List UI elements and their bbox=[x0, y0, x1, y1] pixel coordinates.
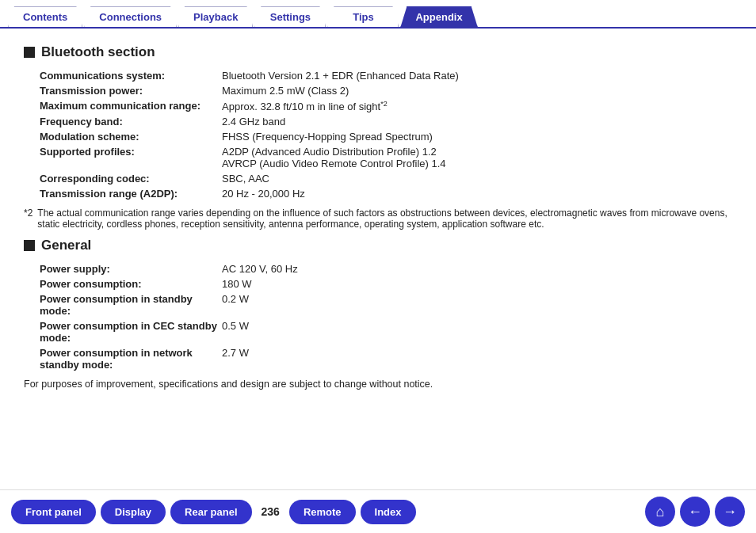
general-spec-table: Power supply: AC 120 V, 60 Hz Power cons… bbox=[40, 261, 748, 372]
table-row: Frequency band: 2.4 GHz band bbox=[40, 114, 748, 129]
spec-value: SBC, AAC bbox=[222, 171, 748, 186]
spec-label: Transmission range (A2DP): bbox=[40, 186, 222, 201]
section-square-icon bbox=[24, 240, 35, 251]
forward-icon: → bbox=[723, 504, 737, 520]
spec-label: Power consumption in CEC standby mode: bbox=[40, 318, 222, 345]
spec-label: Power consumption: bbox=[40, 276, 222, 291]
tab-playback[interactable]: Playback bbox=[178, 6, 253, 27]
front-panel-button[interactable]: Front panel bbox=[11, 500, 96, 524]
general-section-heading: General bbox=[24, 238, 732, 253]
tab-appendix[interactable]: Appendix bbox=[400, 6, 477, 27]
supported-profiles-line2: AVRCP (Audio Video Remote Control Profil… bbox=[222, 158, 743, 169]
spec-label: Power consumption in network standby mod… bbox=[40, 345, 222, 372]
index-button[interactable]: Index bbox=[361, 500, 416, 524]
spec-value: 20 Hz - 20,000 Hz bbox=[222, 186, 748, 201]
spec-value: A2DP (Advanced Audio Distribution Profil… bbox=[222, 144, 748, 171]
tab-contents[interactable]: Contents bbox=[8, 6, 82, 27]
spec-label: Corresponding codec: bbox=[40, 171, 222, 186]
spec-value: Bluetooth Version 2.1 + EDR (Enhanced Da… bbox=[222, 68, 748, 83]
spec-label: Maximum communication range: bbox=[40, 98, 222, 114]
spec-value: 2.7 W bbox=[222, 345, 748, 372]
tab-bar: Contents Connections Playback Settings T… bbox=[0, 0, 756, 29]
table-row: Maximum communication range: Approx. 32.… bbox=[40, 98, 748, 114]
tab-tips[interactable]: Tips bbox=[327, 6, 399, 27]
home-icon: ⌂ bbox=[656, 504, 665, 520]
table-row: Transmission power: Maximum 2.5 mW (Clas… bbox=[40, 83, 748, 98]
table-row: Transmission range (A2DP): 20 Hz - 20,00… bbox=[40, 186, 748, 201]
bluetooth-heading-text: Bluetooth section bbox=[41, 44, 155, 60]
bottom-nav-left: Front panel Display Rear panel 236 Remot… bbox=[11, 500, 416, 524]
spec-value: FHSS (Frequency-Hopping Spread Spectrum) bbox=[222, 129, 748, 144]
bottom-bar: Front panel Display Rear panel 236 Remot… bbox=[0, 489, 756, 533]
table-row: Power supply: AC 120 V, 60 Hz bbox=[40, 261, 748, 276]
general-heading-text: General bbox=[41, 238, 91, 253]
spec-value: 0.2 W bbox=[222, 291, 748, 318]
page-number: 236 bbox=[262, 505, 280, 518]
spec-value: AC 120 V, 60 Hz bbox=[222, 261, 748, 276]
tab-settings[interactable]: Settings bbox=[254, 6, 326, 27]
bluetooth-spec-table: Communications system: Bluetooth Version… bbox=[40, 68, 748, 201]
spec-value: 0.5 W bbox=[222, 318, 748, 345]
home-button[interactable]: ⌂ bbox=[645, 497, 675, 527]
bottom-nav-right: ⌂ ← → bbox=[645, 497, 745, 527]
back-button[interactable]: ← bbox=[680, 497, 710, 527]
supported-profiles-line1: A2DP (Advanced Audio Distribution Profil… bbox=[222, 146, 743, 158]
bluetooth-section-heading: Bluetooth section bbox=[24, 44, 732, 60]
footnote: *2 The actual communication range varies… bbox=[24, 207, 732, 230]
section-square-icon bbox=[24, 47, 35, 58]
spec-label: Supported profiles: bbox=[40, 144, 222, 171]
table-row: Power consumption in CEC standby mode: 0… bbox=[40, 318, 748, 345]
table-row: Power consumption: 180 W bbox=[40, 276, 748, 291]
spec-label: Transmission power: bbox=[40, 83, 222, 98]
footnote-marker: *2 bbox=[24, 207, 32, 230]
main-content: Bluetooth section Communications system:… bbox=[0, 29, 756, 489]
tab-connections[interactable]: Connections bbox=[84, 6, 177, 27]
spec-value: Maximum 2.5 mW (Class 2) bbox=[222, 83, 748, 98]
table-row: Supported profiles: A2DP (Advanced Audio… bbox=[40, 144, 748, 171]
spec-label: Frequency band: bbox=[40, 114, 222, 129]
footnote-text: The actual communication range varies de… bbox=[37, 207, 732, 230]
forward-button[interactable]: → bbox=[715, 497, 745, 527]
spec-label: Modulation scheme: bbox=[40, 129, 222, 144]
notice-text: For purposes of improvement, specificati… bbox=[24, 379, 732, 390]
table-row: Corresponding codec: SBC, AAC bbox=[40, 171, 748, 186]
remote-button[interactable]: Remote bbox=[289, 500, 356, 524]
spec-value: 2.4 GHz band bbox=[222, 114, 748, 129]
rear-panel-button[interactable]: Rear panel bbox=[170, 500, 251, 524]
table-row: Power consumption in standby mode: 0.2 W bbox=[40, 291, 748, 318]
table-row: Communications system: Bluetooth Version… bbox=[40, 68, 748, 83]
table-row: Modulation scheme: FHSS (Frequency-Hoppi… bbox=[40, 129, 748, 144]
table-row: Power consumption in network standby mod… bbox=[40, 345, 748, 372]
display-button[interactable]: Display bbox=[101, 500, 166, 524]
spec-label: Power consumption in standby mode: bbox=[40, 291, 222, 318]
spec-value: 180 W bbox=[222, 276, 748, 291]
back-icon: ← bbox=[688, 504, 702, 520]
spec-label: Communications system: bbox=[40, 68, 222, 83]
spec-value: Approx. 32.8 ft/10 m in line of sight*2 bbox=[222, 98, 748, 114]
spec-label: Power supply: bbox=[40, 261, 222, 276]
